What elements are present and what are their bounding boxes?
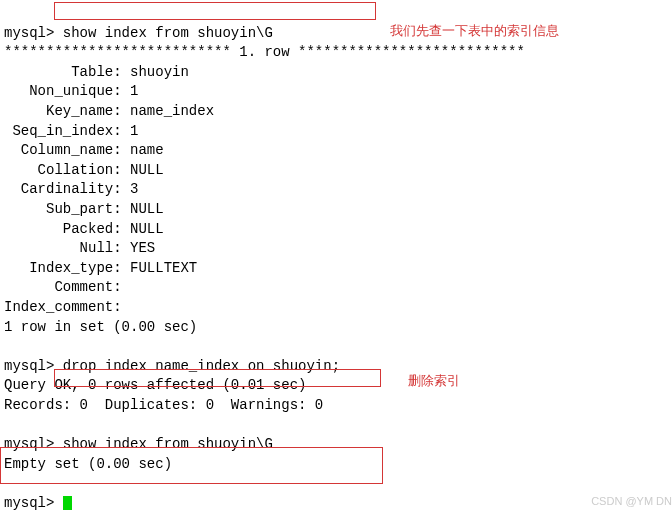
- result3: Empty set (0.00 sec): [4, 456, 172, 472]
- result2a: Query OK, 0 rows affected (0.01 sec): [4, 377, 306, 393]
- row-index-type: Index_type: FULLTEXT: [4, 260, 197, 276]
- row-non-unique: Non_unique: 1: [4, 83, 138, 99]
- line-prompt-final[interactable]: mysql>: [4, 495, 72, 510]
- row-cardinality: Cardinality: 3: [4, 181, 138, 197]
- prompt-4: mysql>: [4, 495, 63, 510]
- row-collation: Collation: NULL: [4, 162, 164, 178]
- watermark: CSDN @YM DN: [591, 494, 672, 509]
- cursor-icon: [63, 496, 72, 510]
- prompt-1: mysql>: [4, 25, 63, 41]
- blank1: [4, 338, 12, 354]
- row-header: *************************** 1. row *****…: [4, 44, 525, 60]
- annotation-2: 删除索引: [408, 372, 460, 390]
- blank2: [4, 416, 12, 432]
- prompt-2: mysql>: [4, 358, 63, 374]
- result1: 1 row in set (0.00 sec): [4, 319, 197, 335]
- blank3: [4, 475, 12, 491]
- row-packed: Packed: NULL: [4, 221, 164, 237]
- cmd3-text: show index from shuoyin\G: [63, 436, 273, 452]
- row-key-name: Key_name: name_index: [4, 103, 214, 119]
- cmd2-text: drop index name_index on shuoyin;: [63, 358, 340, 374]
- line-cmd3: mysql> show index from shuoyin\G: [4, 436, 273, 452]
- row-table: Table: shuoyin: [4, 64, 189, 80]
- row-sub-part: Sub_part: NULL: [4, 201, 164, 217]
- annotation-1: 我们先查一下表中的索引信息: [390, 22, 559, 40]
- prompt-3: mysql>: [4, 436, 63, 452]
- row-seq-in-index: Seq_in_index: 1: [4, 123, 138, 139]
- line-cmd2: mysql> drop index name_index on shuoyin;: [4, 358, 340, 374]
- row-column-name: Column_name: name: [4, 142, 164, 158]
- cmd1-text: show index from shuoyin\G: [63, 25, 273, 41]
- row-comment: Comment:: [4, 279, 130, 295]
- line-cmd1: mysql> show index from shuoyin\G: [4, 25, 273, 41]
- result2b: Records: 0 Duplicates: 0 Warnings: 0: [4, 397, 323, 413]
- row-index-comment: Index_comment:: [4, 299, 130, 315]
- row-null: Null: YES: [4, 240, 155, 256]
